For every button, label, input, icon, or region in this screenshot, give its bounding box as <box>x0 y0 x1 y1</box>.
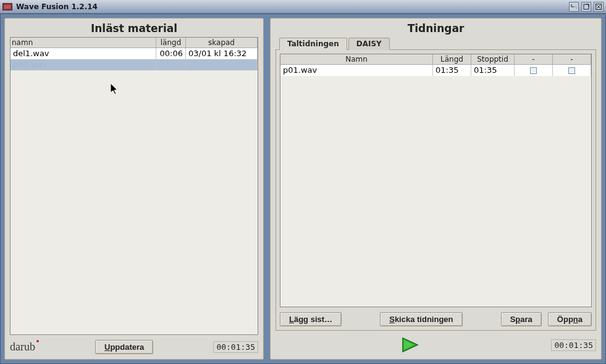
tab-taltidningen[interactable]: Taltidningen <box>279 38 347 50</box>
play-button[interactable] <box>396 336 424 354</box>
tab-daisy[interactable]: DAISY <box>348 38 390 50</box>
material-col-created[interactable]: skapad <box>186 38 258 48</box>
cell-name: p01.wav <box>11 59 156 70</box>
cell-stoptime: 01:35 <box>471 65 515 76</box>
cell-created: 03/01 kl 16:32 <box>186 48 258 59</box>
brand-logo: darub <box>10 341 35 354</box>
tidning-col-check2[interactable]: - <box>553 54 591 65</box>
table-row[interactable]: del1.wav00:0603/01 kl 16:32 <box>11 48 258 59</box>
panel-title-right: Tidningar <box>276 21 596 37</box>
panel-inlast-material: Inläst material namn längd skapad del1.w… <box>4 18 264 360</box>
material-table[interactable]: namn längd skapad del1.wav00:0603/01 kl … <box>10 37 258 335</box>
cell-check1[interactable] <box>515 65 553 76</box>
panel-title-left: Inläst material <box>10 21 258 37</box>
open-button[interactable]: Öppna <box>548 312 592 326</box>
app-icon <box>2 3 12 10</box>
window-title: Wave Fusion 1.2.14 <box>16 2 569 11</box>
cell-length: 00:06 <box>156 48 186 59</box>
status-time-left: 00:01:35 <box>213 341 258 353</box>
tidning-col-stoptime[interactable]: Stopptid <box>471 54 515 65</box>
add-last-button[interactable]: Lägg sist… <box>280 312 342 326</box>
save-button[interactable]: Spara <box>501 312 542 326</box>
minimize-button[interactable] <box>569 2 579 12</box>
maximize-button[interactable] <box>581 2 591 12</box>
status-time-right: 00:01:35 <box>551 339 596 351</box>
table-row[interactable]: p01.wav01:3508/11 kl 09:18 <box>11 59 258 70</box>
tidning-col-name[interactable]: Namn <box>280 54 433 65</box>
send-newspaper-button[interactable]: Skicka tidningen <box>380 312 462 326</box>
material-col-name[interactable]: namn <box>11 38 156 48</box>
table-row[interactable]: p01.wav01:3501:35 <box>280 65 591 76</box>
cell-length: 01:35 <box>433 65 471 76</box>
close-button[interactable] <box>594 2 604 12</box>
tidning-col-check1[interactable]: - <box>515 54 553 65</box>
cell-check2[interactable] <box>553 65 591 76</box>
cell-length: 01:35 <box>156 59 186 70</box>
tidning-table[interactable]: Namn Längd Stopptid - - p01.wav01:3501:3… <box>280 54 592 307</box>
material-col-length[interactable]: längd <box>156 38 186 48</box>
tab-body: Namn Längd Stopptid - - p01.wav01:3501:3… <box>276 49 596 331</box>
titlebar: Wave Fusion 1.2.14 <box>0 0 606 14</box>
tidning-col-length[interactable]: Längd <box>433 54 471 65</box>
cell-name: del1.wav <box>11 48 156 59</box>
cell-created: 08/11 kl 09:18 <box>186 59 258 70</box>
update-button[interactable]: Uppdatera <box>95 340 153 354</box>
cell-name: p01.wav <box>280 65 433 76</box>
panel-tidningar: Tidningar TaltidningenDAISY Namn Längd S… <box>270 18 602 360</box>
